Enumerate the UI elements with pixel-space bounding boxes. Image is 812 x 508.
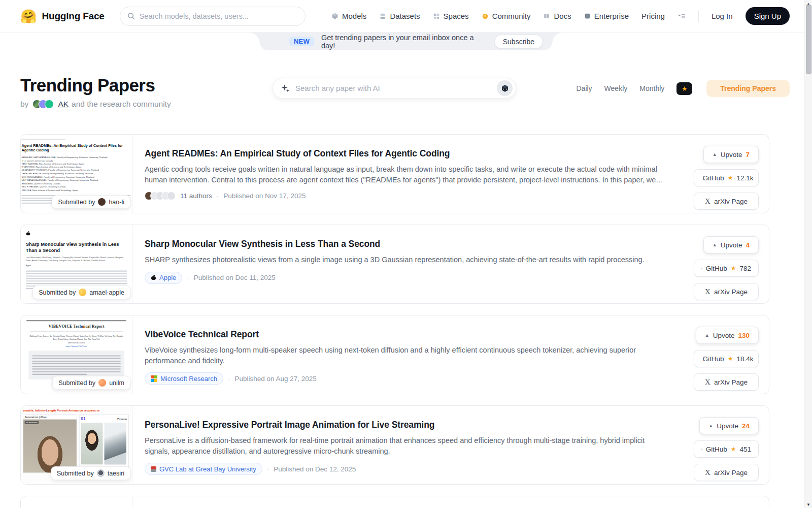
published-date: Published on Aug 27, 2025 — [234, 375, 316, 383]
trending-papers-button[interactable]: Trending Papers — [706, 80, 790, 97]
models-icon — [331, 13, 339, 20]
apple-logo-icon — [151, 274, 156, 281]
nav-item-spaces[interactable]: Spaces — [433, 12, 469, 20]
submitted-by-pill[interactable]: Submitted by unilm — [52, 376, 130, 390]
brand-name: Hugging Face — [42, 11, 104, 22]
scrollbar-down-arrow[interactable]: ▼ — [804, 501, 812, 508]
paper-title[interactable]: Sharp Monocular View Synthesis in Less T… — [145, 239, 671, 249]
rule-line — [30, 331, 123, 332]
submitted-by-label: Submitted by — [39, 289, 76, 296]
range-monthly[interactable]: Monthly — [639, 84, 664, 92]
panel-left-label: PersonaLive! (offline) — [23, 415, 77, 420]
upvote-button[interactable]: ▲ Upvote 130 — [696, 327, 759, 344]
nav-divider — [698, 11, 699, 22]
upvote-button[interactable]: ▲ Upvote 7 — [703, 146, 759, 163]
nav-item-datasets[interactable]: Datasets — [379, 12, 420, 20]
datasets-icon — [379, 13, 386, 20]
github-button[interactable]: GitHub ★ 12.1k — [694, 169, 759, 186]
paper-title[interactable]: VibeVoice Technical Report — [145, 329, 671, 340]
upvote-count: 7 — [746, 151, 750, 158]
scrollbar-thumb[interactable] — [806, 5, 811, 74]
github-button[interactable]: GitHub ★ 782 — [694, 260, 759, 277]
github-button[interactable]: GitHub ★ 18.4k — [694, 350, 759, 367]
paper-thumbnail[interactable]: amable, Infinite-Length Portrait Animati… — [21, 406, 132, 484]
paper-title[interactable]: PersonaLive! Expressive Portrait Image A… — [145, 420, 671, 430]
submitter-name: unilm — [109, 379, 124, 387]
byline-avatars — [32, 100, 54, 109]
search-icon — [127, 12, 135, 20]
thumbnail-author-line: JIMU IIDA, Nara Institute of Science and… — [21, 189, 130, 193]
subscribe-banner: NEW Get trending papers in your email in… — [260, 33, 552, 50]
paper-summary: SHARP synthesizes photorealistic views f… — [145, 255, 671, 265]
paper-thumbnail[interactable]: Sharp Monocular View Synthesis in Less T… — [21, 225, 132, 303]
nav-item-enterprise[interactable]: Enterprise — [584, 12, 629, 20]
ai-paper-search-input[interactable] — [295, 84, 491, 92]
docs-icon — [543, 13, 550, 20]
paper-actions: ▲ Upvote 7 GitHub ★ 12.1k Χ arXiv Page — [684, 135, 769, 213]
upvote-label: Upvote — [721, 151, 742, 158]
login-button[interactable]: Log In — [712, 12, 733, 20]
github-button[interactable]: GitHub ★ 451 — [694, 440, 759, 458]
page-header-left: Trending Papers by AK and the research c… — [20, 75, 273, 109]
arxiv-button[interactable]: Χ arXiv Page — [694, 193, 759, 210]
org-badge-apple[interactable]: Apple — [145, 272, 182, 284]
paper-actions: ▲ Upvote 4 GitHub ★ 782 Χ arXiv Page — [684, 225, 769, 303]
paper-card: Agent READMEs: An Empirical Study of Con… — [20, 134, 769, 213]
nav-item-pricing[interactable]: Pricing — [641, 12, 665, 20]
ai-paper-search[interactable] — [273, 78, 516, 99]
nav-item-models[interactable]: Models — [331, 12, 366, 20]
range-weekly[interactable]: Weekly — [604, 84, 628, 92]
submitter-avatar — [79, 289, 86, 296]
signup-button[interactable]: Sign Up — [746, 7, 790, 25]
portrait-image: w/ distillation — [23, 420, 77, 473]
org-badge-gvc[interactable]: GVC Lab at Great Bay University — [145, 463, 262, 475]
thumbnail-authors: Zhiliang Peng, Jianwei Yu, Wenhui Wang, … — [25, 335, 127, 341]
arxiv-button[interactable]: Χ arXiv Page — [694, 373, 759, 391]
upvote-button[interactable]: ▲ Upvote 4 — [703, 236, 759, 253]
random-paper-button[interactable] — [497, 80, 513, 96]
paper-thumbnail[interactable]: VIBEVOICE Technical Report Zhiliang Peng… — [21, 315, 132, 394]
thumbnail-authors: Lars Mescheder, Wei Dong, Shiwei Li, Xuy… — [26, 256, 127, 263]
nav-item-docs[interactable]: Docs — [543, 12, 571, 20]
org-badge-microsoft[interactable]: Microsoft Research — [145, 372, 223, 385]
submitted-by-pill[interactable]: Submitted by amael-apple — [32, 285, 130, 299]
arxiv-icon: Χ — [705, 469, 710, 477]
github-icon — [701, 446, 702, 453]
range-daily[interactable]: Daily — [576, 84, 592, 92]
arxiv-button[interactable]: Χ arXiv Page — [694, 283, 759, 300]
byline-suffix: and the research community — [72, 100, 171, 109]
login-label: Log In — [712, 12, 733, 20]
global-search-input[interactable] — [140, 12, 298, 20]
authors-count[interactable]: 11 authors — [180, 192, 212, 200]
submitted-by-pill[interactable]: Submitted by taesiri — [51, 466, 130, 480]
portrait-chip: w/ distillation — [25, 421, 39, 424]
subscribe-button[interactable]: Subscribe — [494, 35, 543, 49]
github-star-icon: ★ — [731, 446, 736, 453]
nav-item-community[interactable]: Community — [482, 12, 531, 20]
github-label: GitHub — [703, 355, 724, 363]
text-line-placeholder — [26, 273, 127, 274]
paper-thumbnail[interactable]: Agent READMEs: An Empirical Study of Con… — [21, 135, 132, 213]
org-badge-label: Microsoft Research — [160, 375, 217, 383]
submitted-by-pill[interactable]: Submitted by hao-li — [52, 195, 130, 209]
github-star-count: 782 — [739, 265, 751, 272]
dice-cube-icon — [501, 84, 509, 92]
paper-thumbnail[interactable] — [21, 496, 132, 508]
arxiv-icon: Χ — [705, 198, 710, 205]
arxiv-button[interactable]: Χ arXiv Page — [694, 464, 759, 481]
global-search[interactable] — [120, 7, 306, 26]
published-date: Published on Dec 12, 2025 — [274, 465, 356, 473]
paper-title[interactable]: Agent READMEs: An Empirical Study of Con… — [145, 148, 671, 159]
thumbnail-page: Agent READMEs: An Empirical Study of Con… — [21, 135, 132, 203]
paper-card-body: Agent READMEs: An Empirical Study of Con… — [132, 135, 684, 213]
nav-label-docs: Docs — [554, 12, 571, 20]
thumbnail-link: https://aka.ms/VibeVoice — [25, 345, 127, 347]
nav-label-enterprise: Enterprise — [594, 12, 629, 20]
favorites-star-button[interactable]: ★ — [676, 82, 692, 95]
thumbnail-org: Microsoft Research — [25, 341, 127, 344]
github-label: GitHub — [706, 265, 727, 272]
huggingface-brand[interactable]: 🤗 Hugging Face — [20, 10, 105, 23]
curator-link[interactable]: AK — [58, 100, 69, 109]
upvote-button[interactable]: ▲ Upvote 24 — [699, 417, 759, 434]
more-menu-button[interactable] — [678, 13, 686, 20]
